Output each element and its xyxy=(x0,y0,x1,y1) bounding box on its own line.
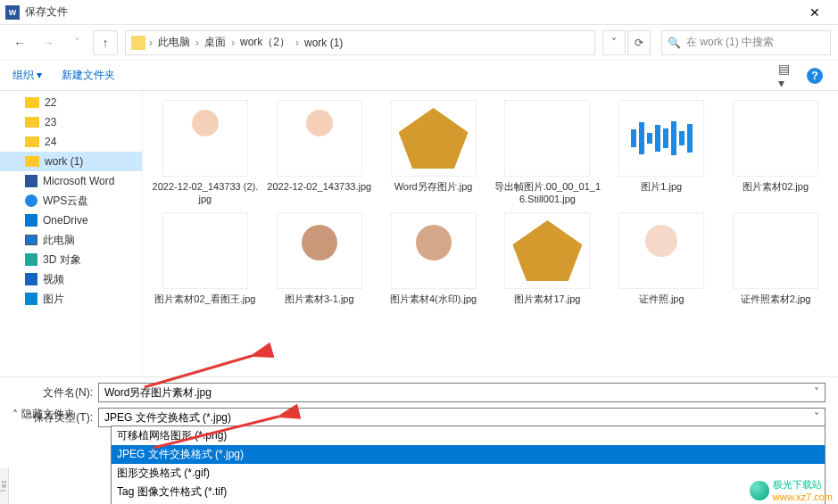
file-item[interactable]: 图片素材17.jpg xyxy=(490,212,604,305)
file-label: Word另存图片.jpg xyxy=(394,180,473,193)
file-label: 图片素材17.jpg xyxy=(514,293,580,305)
obj-icon xyxy=(25,253,37,266)
file-item[interactable]: 导出帧图片.00_00_01_16.Still001.jpg xyxy=(490,100,604,205)
file-label: 2022-12-02_143733 (2).jpg xyxy=(152,180,259,205)
file-item[interactable]: 证件照素材2.jpg xyxy=(718,212,833,305)
sidebar-item-label: 23 xyxy=(45,116,56,128)
breadcrumb-item[interactable]: work (1) xyxy=(299,37,348,49)
forward-button[interactable]: → xyxy=(36,30,61,55)
breadcrumb-item[interactable]: work（2） xyxy=(235,35,295,50)
sidebar-item-label: 3D 对象 xyxy=(43,252,81,268)
sidebar-item[interactable]: 3D 对象 xyxy=(0,250,142,269)
file-thumbnail xyxy=(733,212,818,289)
window-title: 保存文件 xyxy=(25,4,797,20)
sidebar-item-label: 视频 xyxy=(43,272,64,287)
sidebar-item[interactable]: 22 xyxy=(0,93,142,112)
file-item[interactable]: 图片1.jpg xyxy=(604,100,718,205)
address-bar[interactable]: › 此电脑 › 桌面 › work（2） › work (1) xyxy=(125,30,595,55)
file-thumbnail xyxy=(733,100,818,177)
pic-icon xyxy=(25,293,37,305)
sidebar-item-label: WPS云盘 xyxy=(43,194,88,209)
new-folder-button[interactable]: 新建文件夹 xyxy=(62,68,115,83)
search-icon: 🔍 xyxy=(668,37,681,49)
file-thumbnail xyxy=(162,100,248,177)
view-mode-button[interactable]: ▤ ▾ xyxy=(777,65,799,87)
organize-button[interactable]: 组织 ▾ xyxy=(12,68,42,83)
sidebar-item-label: Microsoft Word xyxy=(43,175,114,187)
sidebar-item-label: OneDrive xyxy=(43,214,88,227)
help-button[interactable]: ? xyxy=(804,65,826,87)
filetype-value: JPEG 文件交换格式 (*.jpg) xyxy=(104,410,231,426)
file-thumbnail xyxy=(391,212,477,289)
file-item[interactable]: 2022-12-02_143733.jpg xyxy=(262,100,377,205)
folder-icon xyxy=(25,117,39,128)
close-button[interactable]: ✕ xyxy=(797,5,833,20)
address-dropdown[interactable]: ˅ xyxy=(602,30,626,55)
filetype-option[interactable]: 可移植网络图形 (*.png) xyxy=(112,426,825,445)
file-item[interactable]: 图片素材02_看图王.jpg xyxy=(148,212,262,305)
sidebar-item[interactable]: work (1) xyxy=(0,152,142,171)
back-button[interactable]: ← xyxy=(7,30,32,55)
sidebar-item[interactable]: Microsoft Word xyxy=(0,171,142,191)
file-thumbnail xyxy=(618,212,704,289)
pc-icon xyxy=(25,235,37,245)
file-item[interactable]: 图片素材4(水印).jpg xyxy=(377,212,491,305)
folder-icon xyxy=(25,156,39,167)
file-label: 图片素材4(水印).jpg xyxy=(390,293,477,305)
chevron-up-icon: ˄ xyxy=(12,409,18,421)
filename-input[interactable]: Word另存图片素材.jpg ˅ xyxy=(98,383,826,402)
search-placeholder: 在 work (1) 中搜索 xyxy=(686,35,774,50)
breadcrumb-item[interactable]: 桌面 xyxy=(199,35,231,50)
file-thumbnail xyxy=(504,212,590,289)
breadcrumb-item[interactable]: 此电脑 xyxy=(153,35,195,50)
file-label: 图片素材3-1.jpg xyxy=(285,293,354,305)
recent-dropdown[interactable]: ˅ xyxy=(64,30,89,55)
sidebar-item[interactable]: 此电脑 xyxy=(0,230,142,250)
folder-icon xyxy=(131,36,145,50)
filetype-dropdown-list: 可移植网络图形 (*.png)JPEG 文件交换格式 (*.jpg)图形交换格式… xyxy=(111,426,826,504)
file-label: 证件照素材2.jpg xyxy=(741,293,811,305)
wps-icon xyxy=(25,194,37,207)
file-item[interactable]: 2022-12-02_143733 (2).jpg xyxy=(148,100,262,205)
filename-dropdown-icon[interactable]: ˅ xyxy=(809,384,825,401)
file-thumbnail xyxy=(277,212,362,289)
sidebar-item[interactable]: WPS云盘 xyxy=(0,191,142,211)
sidebar-item[interactable]: OneDrive xyxy=(0,211,142,230)
od-icon xyxy=(25,214,37,227)
file-item[interactable]: 图片素材02.jpg xyxy=(718,100,833,205)
file-thumbnail xyxy=(618,100,704,177)
sidebar-item-label: work (1) xyxy=(45,155,83,168)
word-icon xyxy=(25,175,37,187)
file-label: 图片1.jpg xyxy=(641,180,682,193)
refresh-button[interactable]: ⟳ xyxy=(627,30,651,55)
file-item[interactable]: 证件照.jpg xyxy=(604,212,718,305)
file-grid: 2022-12-02_143733 (2).jpg2022-12-02_1437… xyxy=(143,91,838,376)
sidebar-item[interactable]: 23 xyxy=(0,112,142,132)
sidebar-item-label: 图片 xyxy=(43,292,64,307)
hide-folders-toggle[interactable]: ˄ 隐藏文件夹 xyxy=(12,407,75,422)
folder-icon xyxy=(25,97,39,108)
file-label: 图片素材02_看图王.jpg xyxy=(154,293,255,305)
sidebar: 222324work (1)Microsoft WordWPS云盘OneDriv… xyxy=(0,91,143,376)
sidebar-item[interactable]: 图片 xyxy=(0,289,142,309)
search-input[interactable]: 🔍 在 work (1) 中搜索 xyxy=(661,30,831,55)
filetype-select[interactable]: JPEG 文件交换格式 (*.jpg) ˅ xyxy=(98,408,826,427)
file-item[interactable]: Word另存图片.jpg xyxy=(377,100,491,205)
watermark-logo-icon xyxy=(750,481,769,500)
file-item[interactable]: 图片素材3-1.jpg xyxy=(262,212,377,305)
filetype-option[interactable]: 图形交换格式 (*.gif) xyxy=(112,464,825,483)
sidebar-item[interactable]: 视频 xyxy=(0,269,142,289)
file-thumbnail xyxy=(277,100,362,177)
file-thumbnail xyxy=(162,212,248,289)
file-thumbnail xyxy=(504,100,590,177)
filetype-option[interactable]: JPEG 文件交换格式 (*.jpg) xyxy=(112,445,825,464)
up-button[interactable]: ↑ xyxy=(93,30,118,55)
filetype-dropdown-icon[interactable]: ˅ xyxy=(809,409,825,426)
sidebar-item-label: 此电脑 xyxy=(43,233,75,248)
file-label: 图片素材02.jpg xyxy=(743,180,809,193)
filetype-option[interactable]: Tag 图像文件格式 (*.tif) xyxy=(112,483,825,501)
left-ruler: 18 | xyxy=(0,468,9,504)
sidebar-item[interactable]: 24 xyxy=(0,132,142,152)
file-thumbnail xyxy=(391,100,477,177)
vid-icon xyxy=(25,273,37,285)
